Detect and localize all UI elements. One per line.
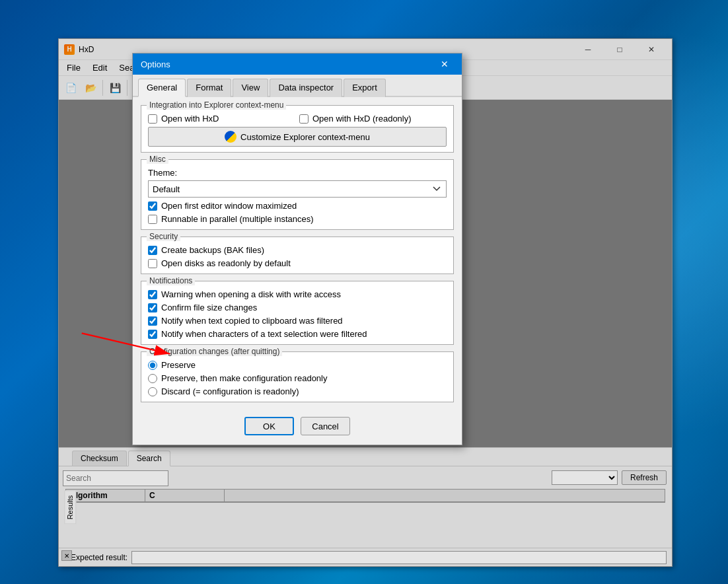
section-security-content: Create backups (BAK files) Open disks as… [148,242,447,268]
open-hxd-checkbox[interactable] [148,114,157,124]
dialog-title: Options [141,59,435,69]
create-backups-checkbox[interactable] [148,246,157,255]
warning-disk-label: Warning when opening a disk with write a… [161,289,341,299]
radio-preserve-readonly-row: Preserve, then make configuration readon… [148,373,447,383]
discard-radio[interactable] [148,387,157,396]
tab-data-inspector[interactable]: Data inspector [270,79,342,97]
dialog-title-bar: Options ✕ [133,54,462,75]
notify-clipboard-checkbox[interactable] [148,316,157,326]
confirm-file-size-label: Confirm file size changes [161,303,257,312]
dialog-body: Integration into Explorer context-menu O… [133,97,462,410]
customize-btn-label: Customize Explorer context-menu [240,132,370,142]
radio-discard-row: Discard (= configuration is readonly) [148,386,447,396]
tab-general[interactable]: General [138,79,186,97]
radio-preserve-row: Preserve [148,360,447,370]
checkbox-open-hxd-readonly-row: Open with HxD (readonly) [299,114,447,124]
parallel-instances-label: Runnable in parallel (multiple instances… [161,214,314,224]
options-dialog: Options ✕ General Format View Data inspe… [132,53,462,445]
theme-row: Theme: Default Light Dark [148,168,447,198]
section-explorer-content: Open with HxD Open with HxD (readonly) C… [148,111,447,147]
open-disks-readonly-checkbox[interactable] [148,259,157,268]
checkbox-text-selection-row: Notify when characters of a text selecti… [148,329,447,339]
checkbox-open-hxd-row: Open with HxD [148,114,295,124]
tab-export[interactable]: Export [344,79,386,97]
section-notifications-label: Notifications [147,276,195,285]
discard-label: Discard (= configuration is readonly) [161,386,299,396]
warning-disk-checkbox[interactable] [148,290,157,299]
open-maximized-checkbox[interactable] [148,201,157,211]
checkbox-readonly-disks-row: Open disks as readonly by default [148,258,447,268]
section-explorer-label: Integration into Explorer context-menu [147,100,286,110]
checkbox-clipboard-row: Notify when text copied to clipboard was… [148,316,447,326]
notify-text-selection-checkbox[interactable] [148,330,157,339]
notify-text-selection-label: Notify when characters of a text selecti… [161,329,367,339]
preserve-label: Preserve [161,360,196,370]
section-notifications: Notifications Warning when opening a dis… [141,281,454,345]
checkbox-parallel-row: Runnable in parallel (multiple instances… [148,214,447,224]
section-notifications-content: Warning when opening a disk with write a… [148,287,447,339]
explorer-checkboxes: Open with HxD Open with HxD (readonly) [148,114,447,124]
tab-format[interactable]: Format [187,79,231,97]
results-label: Results [64,490,76,524]
notify-clipboard-label: Notify when text copied to clipboard was… [161,316,343,326]
section-misc: Misc Theme: Default Light Dark Open firs… [141,159,454,230]
create-backups-label: Create backups (BAK files) [161,245,264,255]
open-hxd-readonly-checkbox[interactable] [299,114,309,124]
cancel-button[interactable]: Cancel [301,417,350,435]
section-config-label: Configuration changes (after quitting) [147,347,282,356]
checkbox-warning-disk-row: Warning when opening a disk with write a… [148,289,447,299]
customize-explorer-button[interactable]: Customize Explorer context-menu [148,127,447,147]
theme-select[interactable]: Default Light Dark [148,180,447,198]
theme-label: Theme: [148,168,447,178]
open-hxd-label: Open with HxD [161,114,219,124]
checkbox-file-size-row: Confirm file size changes [148,303,447,312]
section-config-content: Preserve Preserve, then make configurati… [148,357,447,396]
preserve-radio[interactable] [148,361,157,370]
checkbox-backups-row: Create backups (BAK files) [148,245,447,255]
section-misc-content: Theme: Default Light Dark Open first edi… [148,165,447,224]
open-disks-readonly-label: Open disks as readonly by default [161,258,291,268]
open-maximized-label: Open first editor window maximized [161,201,297,211]
parallel-instances-checkbox[interactable] [148,215,157,224]
preserve-readonly-radio[interactable] [148,374,157,383]
section-explorer: Integration into Explorer context-menu O… [141,105,454,153]
section-config: Configuration changes (after quitting) P… [141,351,454,402]
tab-view[interactable]: View [233,79,268,97]
ok-button[interactable]: OK [244,417,294,435]
dialog-tabs: General Format View Data inspector Expor… [133,75,462,97]
confirm-file-size-checkbox[interactable] [148,303,157,312]
dialog-overlay: Options ✕ General Format View Data inspe… [0,0,728,584]
dialog-footer: OK Cancel [133,410,462,445]
uac-icon [225,131,237,143]
open-hxd-readonly-label: Open with HxD (readonly) [312,114,412,124]
preserve-readonly-label: Preserve, then make configuration readon… [161,373,327,383]
section-misc-label: Misc [147,155,168,164]
section-security: Security Create backups (BAK files) Open… [141,237,454,274]
dialog-close-button[interactable]: ✕ [435,55,454,73]
section-security-label: Security [147,232,180,241]
checkbox-maximized-row: Open first editor window maximized [148,201,447,211]
